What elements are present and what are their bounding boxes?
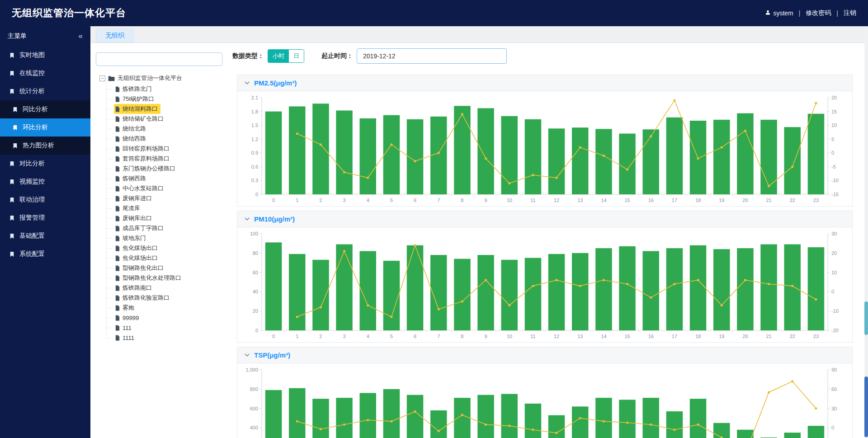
tree-node[interactable]: 东门炼钢办公楼路口 [114,164,224,174]
tree-node[interactable]: 废钢库进口 [114,193,224,203]
tree-node[interactable]: 炼铁路北门 [114,84,224,94]
tree-node[interactable]: 烧结北路 [114,124,224,134]
bookmark-icon [9,89,15,94]
svg-text:3: 3 [343,198,346,203]
sidebar-item[interactable]: 联动治理 [0,191,90,209]
tree-node[interactable]: 75t锅炉路口 [114,94,224,104]
svg-text:23: 23 [813,198,819,203]
svg-text:5: 5 [390,334,393,339]
tab-unorganized[interactable]: 无组织 [96,29,134,42]
tree-node-label: 炼铁路北门 [123,85,152,93]
tree-node[interactable]: 成品库丁字路口 [114,223,224,233]
tree-search-input[interactable] [96,52,222,66]
document-icon [115,325,120,331]
sidebar: 主菜单 « 实时地图在线监控统计分析同比分析环比分析热力图分析对比分析视频监控联… [0,26,90,438]
tree-node[interactable]: 废钢库出口 [114,213,224,223]
data-type-option[interactable]: 日 [289,50,304,62]
tree-node[interactable]: 炼铁路化验室路口 [114,293,224,303]
chevron-down-icon[interactable] [244,216,250,222]
date-range-input[interactable] [357,48,507,64]
chart-title: TSP(μg/m³) [254,351,290,359]
svg-text:0.6: 0.6 [251,164,258,170]
svg-text:11: 11 [530,334,535,339]
sidebar-item[interactable]: 报警管理 [0,209,90,227]
chart-canvas: 00.30.60.91.21.51.82.1-15-10-50510152001… [237,91,852,206]
bookmark-icon [9,52,15,58]
tree-node[interactable]: 焦化煤场出口 [114,253,224,263]
vertical-scrollbar [864,26,868,438]
sidebar-item[interactable]: 视频监控 [0,173,90,191]
tree-node[interactable]: 炼钢西路 [114,174,224,184]
tree-node-label: 1111 [123,334,134,341]
tree-node[interactable]: 111 [114,323,224,333]
main-menu-title: 主菜单 [8,32,27,40]
svg-text:20: 20 [742,334,748,339]
tree-node[interactable]: 99999 [114,313,224,323]
tree-node-label: 型钢路焦化水处理路口 [123,274,181,282]
svg-text:5: 5 [831,137,834,142]
sidebar-item[interactable]: 在线监控 [0,64,90,82]
tree-root-node[interactable]: − 无组织监管治一体化平台 [99,73,224,83]
app-header: 无组织监管治一体化平台 system | 修改密码 | 注销 [0,0,868,26]
sidebar-item[interactable]: 对比分析 [0,155,90,173]
chevron-down-icon[interactable] [244,352,250,358]
minus-box-icon[interactable]: − [99,75,105,81]
tree-node[interactable]: 1111 [114,333,224,343]
sidebar-item-label: 系统配置 [19,250,45,258]
tree-node-label: 雾炮 [123,304,134,312]
svg-text:400: 400 [250,425,258,430]
bookmark-icon [9,197,15,203]
separator: | [836,9,838,17]
tree-node[interactable]: 型钢路焦化出口 [114,263,224,273]
scrollbar-thumb-inner[interactable] [864,301,868,335]
tree-node[interactable]: 炼铁路南口 [114,283,224,293]
chevron-down-icon[interactable] [244,80,250,86]
tree-node-label: 烧结储矿仓路口 [123,115,164,123]
svg-text:9: 9 [485,334,487,339]
tree-node-label: 坡地东门 [123,234,146,242]
svg-text:7: 7 [437,198,440,203]
change-password-link[interactable]: 修改密码 [806,9,831,17]
data-type-label: 数据类型： [232,52,264,60]
document-icon [115,86,120,92]
scrollbar-thumb-outer[interactable] [864,377,868,437]
tree-node[interactable]: 尾渣库 [114,203,224,213]
tree-node[interactable]: 雾炮 [114,303,224,313]
tree-node[interactable]: 套筒窑原料场路口 [114,154,224,164]
document-icon [115,285,120,291]
tree-node-label: 套筒窑原料场路口 [123,155,170,163]
sidebar-item[interactable]: 基础配置 [0,227,90,245]
tree-node[interactable]: 烧结混料路口 [114,104,224,114]
tree-node[interactable]: 坡地东门 [114,233,224,243]
tree-node[interactable]: 焦化煤场出口 [114,243,224,253]
tree-root-label: 无组织监管治一体化平台 [118,74,182,82]
sidebar-subitem[interactable]: 同比分析 [0,100,90,118]
svg-text:16: 16 [648,334,654,339]
collapse-sidebar-button[interactable]: « [79,32,83,41]
sidebar-subitem[interactable]: 热力图分析 [0,137,90,155]
tree-node[interactable]: 烧结西路 [114,134,224,144]
tree-node[interactable]: 中心水泵站路口 [114,184,224,193]
svg-text:0: 0 [831,425,834,430]
sidebar-item[interactable]: 实时地图 [0,46,90,64]
sidebar-subitem[interactable]: 环比分析 [0,118,90,137]
sidebar-item[interactable]: 统计分析 [0,82,90,100]
svg-text:13: 13 [577,198,583,203]
svg-text:0: 0 [255,192,258,197]
tree-node[interactable]: 回转窑原料场路口 [114,144,224,154]
document-icon [115,305,120,311]
station-tree: − 无组织监管治一体化平台 炼铁路北门75t锅炉路口烧结混料路口烧结储矿仓路口烧… [96,73,224,343]
tree-node[interactable]: 烧结储矿仓路口 [114,114,224,124]
data-type-option[interactable]: 小时 [268,50,289,62]
data-type-toggle: 小时日 [268,49,304,63]
document-icon [115,196,120,202]
document-icon [115,176,120,182]
user-menu[interactable]: system [765,9,793,17]
tree-node[interactable]: 型钢路焦化水处理路口 [114,273,224,283]
svg-text:0: 0 [831,150,834,155]
document-icon [115,156,120,162]
svg-text:12: 12 [554,334,559,339]
logout-link[interactable]: 注销 [844,9,856,17]
svg-text:30: 30 [831,406,837,411]
sidebar-item[interactable]: 系统配置 [0,245,90,263]
